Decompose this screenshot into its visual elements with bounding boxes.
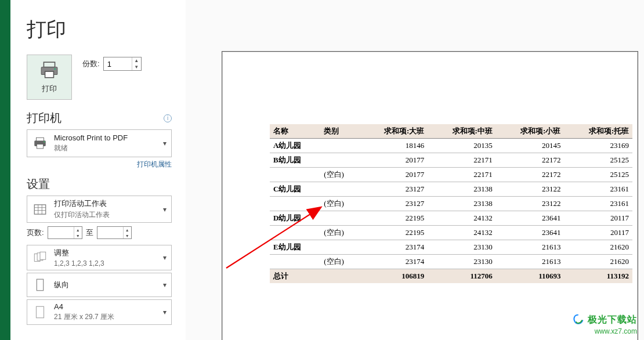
table-row: E幼儿园23174231302161321620 (270, 240, 632, 255)
page-to-stepper[interactable]: ▲▼ (97, 226, 132, 239)
settings-section-header: 设置 (27, 176, 172, 192)
svg-point-3 (54, 68, 56, 70)
table-row: A幼儿园18146201352014523169 (270, 139, 632, 153)
chevron-down-icon: ▾ (163, 308, 167, 316)
info-icon[interactable]: i (164, 114, 172, 122)
pages-to-label: 至 (86, 227, 93, 238)
printer-select[interactable]: Microsoft Print to PDF 就绪 ▾ (27, 129, 172, 157)
svg-rect-5 (37, 138, 44, 141)
svg-rect-16 (37, 279, 43, 291)
page-from-stepper[interactable]: ▲▼ (48, 226, 82, 239)
svg-rect-15 (40, 252, 46, 259)
col-big: 求和项:大班 (360, 124, 428, 139)
paper-l1: A4 (54, 302, 157, 311)
page-to-input[interactable] (97, 227, 123, 238)
paper-l2: 21 厘米 x 29.7 厘米 (54, 312, 157, 322)
copies-stepper[interactable]: ▲ ▼ (103, 57, 142, 71)
svg-rect-17 (37, 306, 44, 318)
svg-point-7 (44, 142, 45, 143)
print-button[interactable]: 打印 (27, 55, 72, 100)
watermark-url: www.xz7.com (595, 327, 637, 335)
col-mid: 求和项:中班 (428, 124, 496, 139)
preview-page: 名称 类别 求和项:大班 求和项:中班 求和项:小班 求和项:托班 A幼儿园18… (222, 51, 638, 340)
collate-select[interactable]: 调整 1,2,3 1,2,3 1,2,3 ▾ (27, 245, 172, 270)
paper-icon (32, 304, 48, 320)
collate-l1: 调整 (54, 248, 157, 258)
copies-label: 份数: (82, 59, 100, 69)
table-row: C幼儿园23127231382312223161 (270, 182, 632, 197)
copies-down[interactable]: ▼ (132, 64, 141, 70)
paper-select[interactable]: A4 21 厘米 x 29.7 厘米 ▾ (27, 299, 172, 325)
printer-status: 就绪 (54, 143, 157, 153)
table-row: (空白)23174231302161321620 (270, 255, 632, 269)
pages-row: 页数: ▲▼ 至 ▲▼ (27, 226, 172, 239)
orientation-select[interactable]: 纵向 ▾ (27, 273, 172, 297)
chevron-down-icon: ▾ (163, 254, 167, 262)
copies-input[interactable] (104, 57, 132, 70)
printer-properties-link[interactable]: 打印机属性 (137, 160, 172, 168)
chevron-down-icon: ▾ (163, 205, 167, 214)
print-button-label: 打印 (42, 84, 57, 94)
print-what-l2: 仅打印活动工作表 (54, 210, 157, 220)
table-row: (空白)23127231382312223161 (270, 197, 632, 211)
table-total-row: 总计106819112706110693113192 (270, 269, 632, 284)
page-title: 打印 (27, 16, 172, 43)
svg-rect-8 (34, 204, 46, 214)
copies-up[interactable]: ▲ (132, 57, 141, 64)
orientation-l1: 纵向 (54, 280, 157, 290)
data-table: 名称 类别 求和项:大班 求和项:中班 求和项:小班 求和项:托班 A幼儿园18… (270, 124, 632, 283)
collate-icon (32, 249, 48, 266)
col-care: 求和项:托班 (564, 124, 632, 139)
print-panel: 打印 打印 份数: ▲ ▼ 打印机 i (10, 0, 184, 340)
chevron-down-icon: ▾ (163, 281, 167, 289)
preview-document: 名称 类别 求和项:大班 求和项:中班 求和项:小班 求和项:托班 A幼儿园18… (270, 124, 632, 283)
svg-rect-2 (45, 71, 54, 78)
print-what-select[interactable]: 打印活动工作表 仅打印活动工作表 ▾ (27, 196, 172, 223)
copies-row: 份数: ▲ ▼ (82, 57, 142, 71)
table-row: D幼儿园22195241322364120117 (270, 211, 632, 226)
printer-icon (39, 60, 59, 80)
settings-header-text: 设置 (27, 176, 50, 192)
table-row: (空白)20177221712217225125 (270, 168, 632, 182)
portrait-icon (32, 277, 48, 293)
chevron-down-icon: ▾ (163, 139, 167, 147)
table-row: (空白)22195241322364120117 (270, 226, 632, 240)
sheet-icon (32, 201, 48, 218)
printer-small-icon (32, 135, 48, 151)
print-what-l1: 打印活动工作表 (54, 198, 157, 209)
svg-rect-6 (37, 144, 43, 149)
table-row: B幼儿园20177221712217225125 (270, 153, 632, 168)
table-header-row: 名称 类别 求和项:大班 求和项:中班 求和项:小班 求和项:托班 (270, 124, 632, 139)
print-preview-area: 名称 类别 求和项:大班 求和项:中班 求和项:小班 求和项:托班 A幼儿园18… (186, 0, 644, 340)
print-row: 打印 份数: ▲ ▼ (27, 55, 172, 100)
printer-name: Microsoft Print to PDF (54, 133, 157, 142)
app-accent-strip (0, 0, 10, 340)
col-cat: 类别 (320, 124, 359, 139)
page-from-input[interactable] (48, 227, 74, 238)
col-small: 求和项:小班 (496, 124, 565, 139)
col-name: 名称 (270, 124, 320, 139)
svg-rect-0 (44, 62, 55, 67)
printer-section-header: 打印机 i (27, 110, 172, 126)
watermark-title: 极光下载站 (588, 314, 637, 326)
watermark-icon (571, 313, 584, 326)
watermark: 极光下载站 www.xz7.com (571, 313, 637, 335)
pages-label: 页数: (27, 227, 44, 238)
printer-header-text: 打印机 (27, 110, 61, 126)
collate-l2: 1,2,3 1,2,3 1,2,3 (54, 259, 157, 267)
